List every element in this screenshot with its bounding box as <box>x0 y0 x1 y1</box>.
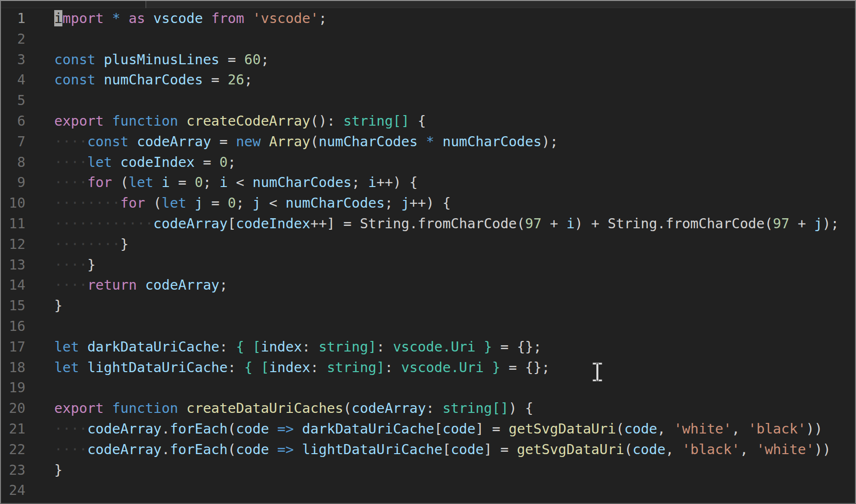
code-line[interactable]: 15} <box>1 295 855 316</box>
code-line-text: let lightDataUriCache: { [index: string]… <box>25 357 855 378</box>
line-number[interactable]: 19 <box>1 377 25 398</box>
code-line-text: ····return codeArray; <box>25 275 855 295</box>
code-line-text: import * as vscode from 'vscode'; <box>25 8 855 29</box>
code-line-text: ····for (let i = 0; i < numCharCodes; i+… <box>25 172 855 193</box>
line-number[interactable]: 6 <box>1 111 25 131</box>
code-line[interactable]: 10········for (let j = 0; j < numCharCod… <box>1 193 855 213</box>
code-line[interactable]: 14····return codeArray; <box>1 275 855 295</box>
code-line[interactable]: 22····codeArray.forEach(code => lightDat… <box>1 439 855 460</box>
code-line-text: ····const codeArray = new Array(numCharC… <box>25 131 855 152</box>
code-line[interactable]: 24 <box>1 480 855 501</box>
code-line-text <box>25 377 855 398</box>
code-line[interactable]: 8····let codeIndex = 0; <box>1 152 855 173</box>
code-line[interactable]: 7····const codeArray = new Array(numChar… <box>1 131 855 152</box>
code-line-text: ····} <box>25 255 855 275</box>
line-number[interactable]: 8 <box>1 152 25 173</box>
editor-window: 1import * as vscode from 'vscode';23cons… <box>0 0 856 504</box>
code-line[interactable]: 17let darkDataUriCache: { [index: string… <box>1 337 855 357</box>
code-line-text <box>25 90 855 111</box>
line-number[interactable]: 11 <box>1 213 25 234</box>
active-tab-remnant[interactable] <box>1 1 145 8</box>
code-line[interactable]: 5 <box>1 90 855 111</box>
code-line-text <box>25 29 855 49</box>
code-line-text: ········} <box>25 234 855 255</box>
line-number[interactable]: 5 <box>1 90 25 111</box>
code-line[interactable]: 19 <box>1 377 855 398</box>
code-editor[interactable]: 1import * as vscode from 'vscode';23cons… <box>1 8 855 503</box>
code-line-text: ············codeArray[codeIndex++] = Str… <box>25 213 855 234</box>
line-number[interactable]: 18 <box>1 357 25 378</box>
line-number[interactable]: 22 <box>1 439 25 460</box>
code-line-text <box>25 480 855 501</box>
line-number[interactable]: 21 <box>1 419 25 439</box>
code-line[interactable]: 1import * as vscode from 'vscode'; <box>1 8 855 29</box>
code-line[interactable]: 2 <box>1 29 855 49</box>
text-cursor-block: i <box>54 10 62 26</box>
line-number[interactable]: 2 <box>1 29 25 49</box>
line-number[interactable]: 3 <box>1 49 25 70</box>
line-number[interactable]: 23 <box>1 460 25 481</box>
tab-bar <box>1 1 855 8</box>
code-line[interactable]: 18let lightDataUriCache: { [index: strin… <box>1 357 855 378</box>
line-number[interactable]: 1 <box>1 8 25 29</box>
line-number[interactable]: 15 <box>1 295 25 316</box>
code-line[interactable]: 9····for (let i = 0; i < numCharCodes; i… <box>1 172 855 193</box>
code-line[interactable]: 20export function createDataUriCaches(co… <box>1 398 855 419</box>
line-number[interactable]: 9 <box>1 172 25 193</box>
code-line-text: const numCharCodes = 26; <box>25 70 855 90</box>
line-number[interactable]: 7 <box>1 131 25 152</box>
code-line[interactable]: 4const numCharCodes = 26; <box>1 70 855 90</box>
tab-bar-background <box>146 1 855 8</box>
code-line[interactable]: 23} <box>1 460 855 481</box>
code-line[interactable]: 13····} <box>1 255 855 275</box>
line-number[interactable]: 10 <box>1 193 25 213</box>
code-line-text: } <box>25 295 855 316</box>
code-line-text: ····codeArray.forEach(code => lightDataU… <box>25 439 855 460</box>
code-line[interactable]: 12········} <box>1 234 855 255</box>
code-line[interactable]: 3const plusMinusLines = 60; <box>1 49 855 70</box>
code-line[interactable]: 16 <box>1 316 855 337</box>
code-lines: 1import * as vscode from 'vscode';23cons… <box>1 8 855 501</box>
code-line-text: ····let codeIndex = 0; <box>25 152 855 173</box>
code-line-text: const plusMinusLines = 60; <box>25 49 855 70</box>
code-line[interactable]: 6export function createCodeArray(): stri… <box>1 111 855 131</box>
code-line-text: ········for (let j = 0; j < numCharCodes… <box>25 193 855 213</box>
code-line-text: ····codeArray.forEach(code => darkDataUr… <box>25 419 855 439</box>
line-number[interactable]: 17 <box>1 337 25 357</box>
code-line-text <box>25 316 855 337</box>
line-number[interactable]: 13 <box>1 255 25 275</box>
line-number[interactable]: 14 <box>1 275 25 295</box>
line-number[interactable]: 16 <box>1 316 25 337</box>
code-line-text: export function createCodeArray(): strin… <box>25 111 855 131</box>
code-line[interactable]: 21····codeArray.forEach(code => darkData… <box>1 419 855 439</box>
line-number[interactable]: 20 <box>1 398 25 419</box>
code-line-text: let darkDataUriCache: { [index: string]:… <box>25 337 855 357</box>
code-line[interactable]: 11············codeArray[codeIndex++] = S… <box>1 213 855 234</box>
line-number[interactable]: 4 <box>1 70 25 90</box>
line-number[interactable]: 12 <box>1 234 25 255</box>
code-line-text: export function createDataUriCaches(code… <box>25 398 855 419</box>
line-number[interactable]: 24 <box>1 480 25 501</box>
code-line-text: } <box>25 460 855 481</box>
